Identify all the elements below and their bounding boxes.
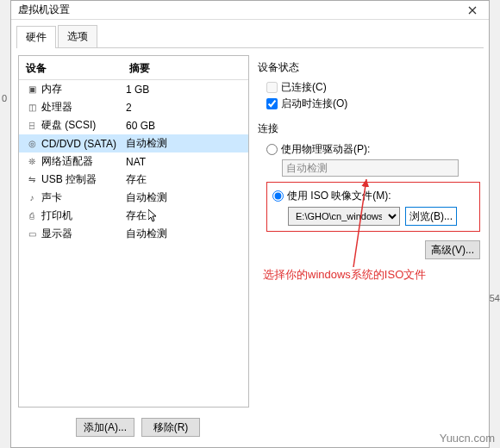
- device-icon: ⎙: [26, 210, 38, 222]
- device-detail-panel: 设备状态 已连接(C) 启动时连接(O) 连接 使用物理驱动器(P): 自动检测: [256, 55, 482, 408]
- use-iso-label: 使用 ISO 映像文件(M):: [287, 189, 391, 203]
- device-icon: ❊: [26, 156, 38, 168]
- device-icon: ⌸: [26, 120, 38, 132]
- device-list-header: 设备 摘要: [19, 61, 248, 80]
- device-name: 显示器: [41, 227, 72, 241]
- col-device: 设备: [26, 61, 129, 76]
- device-name: 内存: [41, 82, 62, 96]
- watermark: Yuucn.com: [440, 432, 495, 445]
- connect-at-power-row[interactable]: 启动时连接(O): [266, 96, 480, 111]
- device-row[interactable]: ⇋USB 控制器存在: [19, 171, 248, 189]
- device-summary: NAT: [126, 156, 146, 168]
- tab-row: 硬件 选项: [11, 20, 489, 47]
- connect-at-power-label: 启动时连接(O): [281, 96, 347, 111]
- use-physical-radio-row[interactable]: 使用物理驱动器(P):: [266, 142, 480, 157]
- device-row[interactable]: ◎CD/DVD (SATA)自动检测: [19, 134, 248, 152]
- device-name: 处理器: [41, 100, 72, 115]
- device-summary: 1 GB: [126, 84, 149, 96]
- device-icon: ▣: [26, 84, 38, 96]
- device-list-panel: 设备 摘要 ▣内存1 GB◫处理器2⌸硬盘 (SCSI)60 GB◎CD/DVD…: [18, 55, 249, 408]
- tab-options[interactable]: 选项: [58, 25, 97, 47]
- device-row[interactable]: ▣内存1 GB: [19, 80, 248, 98]
- advanced-row: 高级(V)...: [266, 240, 480, 259]
- add-device-button[interactable]: 添加(A)...: [76, 418, 134, 437]
- use-physical-radio[interactable]: [266, 144, 278, 155]
- device-name: 声卡: [41, 190, 62, 205]
- device-row[interactable]: ❊网络适配器NAT: [19, 152, 248, 171]
- device-summary: 存在: [126, 208, 147, 223]
- advanced-button[interactable]: 高级(V)...: [425, 240, 480, 259]
- device-row[interactable]: ▭显示器自动检测: [19, 225, 248, 243]
- device-summary: 2: [126, 102, 132, 114]
- close-button[interactable]: [458, 2, 487, 19]
- device-row[interactable]: ◫处理器2: [19, 98, 248, 116]
- device-summary: 自动检测: [126, 190, 167, 205]
- connected-checkbox-row[interactable]: 已连接(C): [266, 80, 480, 95]
- device-icon: ⇋: [26, 174, 38, 186]
- content-area: 设备 摘要 ▣内存1 GB◫处理器2⌸硬盘 (SCSI)60 GB◎CD/DVD…: [11, 48, 489, 414]
- close-icon: [468, 6, 477, 15]
- device-summary: 自动检测: [126, 136, 167, 151]
- edge-number-left: 0: [2, 93, 7, 103]
- connection-group: 使用物理驱动器(P): 自动检测 使用 ISO 映像文件(M): E:\GHO\…: [258, 142, 480, 259]
- device-icon: ◎: [26, 138, 38, 150]
- iso-file-row: E:\GHO\cn_windows_10_bu 浏览(B)...: [288, 207, 474, 226]
- iso-highlight-box: 使用 ISO 映像文件(M): E:\GHO\cn_windows_10_bu …: [266, 182, 480, 232]
- connected-checkbox[interactable]: [266, 82, 278, 93]
- device-row[interactable]: ♪声卡自动检测: [19, 189, 248, 207]
- col-summary: 摘要: [129, 61, 150, 76]
- status-group: 已连接(C) 启动时连接(O): [258, 80, 480, 111]
- titlebar: 虚拟机设置: [11, 1, 489, 20]
- tab-hardware[interactable]: 硬件: [16, 26, 56, 48]
- device-name: 硬盘 (SCSI): [41, 118, 96, 133]
- iso-path-select[interactable]: E:\GHO\cn_windows_10_bu: [288, 207, 400, 226]
- use-iso-radio[interactable]: [272, 190, 284, 202]
- connected-label: 已连接(C): [281, 80, 327, 95]
- remove-device-button[interactable]: 移除(R): [141, 418, 200, 437]
- device-name: 打印机: [41, 208, 72, 223]
- device-name: USB 控制器: [41, 172, 97, 187]
- device-icon: ▭: [26, 228, 38, 240]
- connection-group-title: 连接: [258, 120, 480, 140]
- connect-at-power-checkbox[interactable]: [266, 98, 278, 109]
- device-row[interactable]: ⎙打印机存在: [19, 207, 248, 225]
- edge-number-right: 54: [490, 293, 500, 303]
- device-name: 网络适配器: [41, 154, 93, 169]
- vm-settings-dialog: 虚拟机设置 硬件 选项 设备 摘要 ▣内存1 GB◫处理器2⌸硬盘 (SCSI)…: [10, 0, 490, 448]
- device-icon: ◫: [26, 102, 38, 114]
- physical-drive-dropdown[interactable]: 自动检测: [282, 159, 459, 177]
- device-summary: 60 GB: [126, 120, 155, 132]
- device-name: CD/DVD (SATA): [41, 138, 116, 150]
- use-physical-label: 使用物理驱动器(P):: [281, 142, 370, 157]
- browse-button[interactable]: 浏览(B)...: [405, 207, 457, 226]
- device-summary: 自动检测: [126, 227, 167, 241]
- window-title: 虚拟机设置: [18, 3, 458, 17]
- device-row[interactable]: ⌸硬盘 (SCSI)60 GB: [19, 116, 248, 134]
- device-summary: 存在: [126, 172, 147, 187]
- use-iso-radio-row[interactable]: 使用 ISO 映像文件(M):: [272, 189, 474, 203]
- device-list-buttons: 添加(A)... 移除(R): [18, 414, 258, 440]
- status-group-title: 设备状态: [258, 59, 480, 78]
- device-icon: ♪: [26, 192, 38, 204]
